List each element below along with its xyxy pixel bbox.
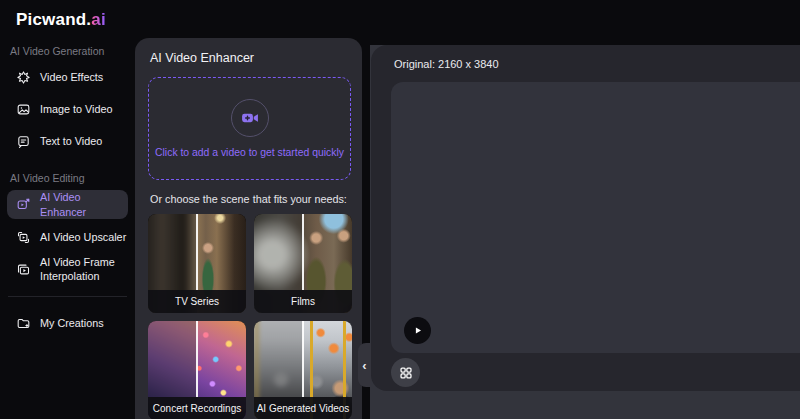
sidebar-item-image-to-video[interactable]: Image to Video — [0, 93, 135, 125]
original-resolution-label: Original: 2160 x 3840 — [394, 58, 499, 70]
scene-card-ai-generated-videos[interactable]: AI Generated Videos — [254, 321, 352, 419]
chevron-left-icon: ‹ — [362, 358, 366, 373]
sidebar-item-label: AI Video Enhancer — [40, 190, 128, 219]
magic-effects-icon — [16, 70, 31, 85]
text-document-icon — [16, 134, 31, 149]
sidebar-item-label: Image to Video — [40, 102, 132, 117]
sidebar-item-label: AI Video Frame Interpolation — [40, 255, 132, 284]
sidebar-item-ai-video-upscaler[interactable]: AI Video Upscaler — [0, 221, 135, 253]
video-enhancer-icon — [16, 197, 31, 212]
sidebar-divider — [8, 296, 127, 297]
enhancer-panel: AI Video Enhancer Click to add a video t… — [135, 38, 362, 419]
sidebar-item-label: My Creations — [40, 316, 132, 331]
play-button[interactable] — [404, 317, 431, 344]
section-label-ai-video-editing: AI Video Editing — [10, 172, 135, 184]
frame-interpolation-icon — [16, 262, 31, 277]
video-upscaler-icon — [16, 230, 31, 245]
sidebar-item-text-to-video[interactable]: Text to Video — [0, 125, 135, 157]
section-label-ai-video-generation: AI Video Generation — [10, 45, 135, 57]
scene-caption: Films — [254, 290, 352, 313]
preview-panel: Original: 2160 x 3840 ‹ — [371, 45, 800, 391]
grid-apps-icon — [399, 366, 413, 380]
grid-apps-button[interactable] — [391, 358, 420, 387]
sidebar-item-my-creations[interactable]: My Creations — [0, 307, 135, 339]
panel-title: AI Video Enhancer — [135, 38, 362, 65]
upload-hint: Click to add a video to get started quic… — [155, 147, 344, 158]
collapse-panel-button[interactable]: ‹ — [358, 343, 371, 387]
scene-caption: Concert Recordings — [148, 397, 246, 419]
scene-grid: TV Series Films Concert Recordings AI Ge… — [148, 214, 352, 419]
before-after-divider — [302, 214, 304, 290]
sidebar-item-video-effects[interactable]: Video Effects — [0, 61, 135, 93]
sidebar-item-label: AI Video Upscaler — [40, 230, 132, 245]
scene-caption: AI Generated Videos — [254, 397, 352, 419]
brand-name-accent: ai — [91, 10, 106, 29]
sidebar-item-ai-video-enhancer[interactable]: AI Video Enhancer — [7, 190, 128, 219]
sidebar: Picwand.ai AI Video Generation Video Eff… — [0, 0, 135, 419]
video-preview-area — [391, 82, 800, 353]
brand-name-primary: Picwand. — [16, 10, 91, 29]
video-upload-dropzone[interactable]: Click to add a video to get started quic… — [148, 77, 351, 180]
image-icon — [16, 102, 31, 117]
play-icon — [411, 324, 424, 337]
scene-card-films[interactable]: Films — [254, 214, 352, 313]
video-camera-plus-icon — [231, 99, 269, 137]
scene-card-tv-series[interactable]: TV Series — [148, 214, 246, 313]
folder-plus-icon — [16, 316, 31, 331]
brand-logo: Picwand.ai — [0, 0, 135, 30]
sidebar-item-label: Video Effects — [40, 70, 132, 85]
sidebar-item-label: Text to Video — [40, 134, 132, 149]
scene-card-concert-recordings[interactable]: Concert Recordings — [148, 321, 246, 419]
sidebar-item-ai-video-frame-interpolation[interactable]: AI Video Frame Interpolation — [0, 253, 135, 285]
scene-caption: TV Series — [148, 290, 246, 313]
before-after-divider — [196, 321, 198, 397]
scenes-heading: Or choose the scene that fits your needs… — [150, 193, 362, 205]
before-after-divider — [196, 214, 198, 290]
before-after-divider — [302, 321, 304, 397]
